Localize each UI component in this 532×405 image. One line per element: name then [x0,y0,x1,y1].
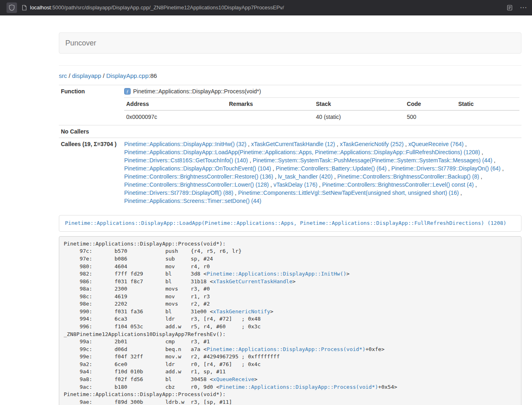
callee-link[interactable]: xTaskGenericNotify (252) [340,141,403,147]
callee-link[interactable]: Pinetime::Drivers::St7789::DisplayOn() (… [391,165,500,172]
disassembly-code: Pinetime::Applications::DisplayApp::Proc… [64,241,397,405]
symbol-table-header: Address Remarks Stack Code Static [124,98,519,111]
no-callers-row: No Callers [59,125,521,138]
function-icon: ƒ [124,88,131,95]
function-label: Function [59,85,122,125]
brand-link[interactable]: Puncover [65,39,96,47]
code-symbol-link[interactable]: Pinetime::Applications::DisplayApp::Proc… [220,384,378,390]
function-row: Function ƒ Pinetime::Applications::Displ… [59,85,521,125]
callees-label: Callees (19, Σ=3704 ) [59,138,122,207]
symbol-row: 0x0000097c 40 (static) 500 [124,110,519,123]
remarks-value [227,110,314,123]
callee-link[interactable]: lv_task_handler (420) [278,173,333,180]
callees-list: Pinetime::Applications::DisplayApp::Init… [122,138,521,207]
shield-glyph [9,4,15,11]
selected-callee-panel: Pinetime::Applications::DisplayApp::Load… [59,215,521,232]
code-symbol-link[interactable]: xTaskGetCurrentTaskHandle [213,278,293,284]
url-bar[interactable]: localhost:5000/path/src/displayapp/Displ… [22,4,500,11]
breadcrumb-item[interactable]: DisplayApp.cpp [106,72,149,79]
col-address: Address [124,98,227,111]
function-info-table: Function ƒ Pinetime::Applications::Displ… [59,85,521,207]
address-value: 0x0000097c [124,110,227,123]
app-navbar: Puncover [59,32,521,54]
breadcrumb-item[interactable]: src [59,72,67,79]
selected-callee-link[interactable]: Pinetime::Applications::DisplayApp::Load… [65,220,506,226]
divider [59,65,521,66]
menu-icon[interactable]: ⋯ [520,4,527,11]
col-static: Static [456,98,519,111]
breadcrumb: src / displayapp / DisplayApp.cpp:86 [59,72,521,79]
callee-link[interactable]: Pinetime::System::SystemTask::PushMessag… [253,157,493,164]
static-value [456,110,519,123]
callee-link[interactable]: Pinetime::Controllers::BrightnessControl… [124,181,269,188]
no-callers-cell [122,125,521,138]
col-code: Code [405,98,457,111]
callee-link[interactable]: Pinetime::Applications::DisplayApp::Load… [124,149,480,155]
code-symbol-link[interactable]: Pinetime::Applications::DisplayApp::Init… [207,271,346,277]
shield-icon[interactable] [6,2,17,13]
page-content: Puncover src / displayapp / DisplayApp.c… [59,32,521,405]
no-callers-label: No Callers [59,125,122,138]
col-remarks: Remarks [227,98,314,111]
code-value: 500 [405,110,457,123]
reader-mode-icon[interactable] [507,5,513,11]
callee-link[interactable]: Pinetime::Drivers::Cst816S::GetTouchInfo… [124,157,248,164]
callee-link[interactable]: Pinetime::Controllers::BrightnessControl… [337,173,479,180]
breadcrumb-separator: / [101,72,106,79]
breadcrumb-item: :86 [149,72,157,79]
url-path: :5000/path/src/displayapp/DisplayApp.cpp… [51,4,284,11]
callee-link[interactable]: Pinetime::Controllers::BrightnessControl… [322,181,474,188]
callee-link[interactable]: Pinetime::Applications::DisplayApp::OnTo… [124,165,271,172]
code-symbol-link[interactable]: xTaskGenericNotify [213,308,270,315]
breadcrumb-item[interactable]: displayapp [72,72,101,79]
callee-link[interactable]: vTaskDelay (176) [274,181,317,188]
function-icon-glyph: ƒ [126,89,129,94]
callee-link[interactable]: Pinetime::Controllers::Battery::Update()… [276,165,387,172]
callee-link[interactable]: Pinetime::Drivers::St7789::DisplayOff() … [124,190,233,196]
page-icon [22,5,27,11]
browser-actions: ⋯ [507,4,527,11]
stack-value: 40 (static) [314,110,405,123]
callee-link[interactable]: xTaskGetCurrentTaskHandle (12) [251,141,335,147]
url-host: localhost [30,4,51,11]
callee-link[interactable]: Pinetime::Controllers::BrightnessControl… [124,173,273,180]
callee-link[interactable]: Pinetime::Components::LittleVgl::SetNewT… [238,190,459,196]
callee-link[interactable]: Pinetime::Applications::Screens::Timer::… [124,198,261,204]
url-text: localhost:5000/path/src/displayapp/Displ… [30,4,284,11]
callee-link[interactable]: Pinetime::Applications::DisplayApp::Init… [124,141,246,147]
symbol-table: Address Remarks Stack Code Static 0x0000… [124,97,519,123]
function-title-line: ƒ Pinetime::Applications::DisplayApp::Pr… [124,87,519,95]
code-symbol-link[interactable]: xQueueReceive [213,376,254,382]
callees-row: Callees (19, Σ=3704 ) Pinetime::Applicat… [59,138,521,207]
breadcrumb-separator: / [67,72,72,79]
callee-link[interactable]: xQueueReceive (764) [408,141,463,147]
browser-chrome: localhost:5000/path/src/displayapp/Displ… [0,0,532,15]
disassembly-block: Pinetime::Applications::DisplayApp::Proc… [59,236,521,405]
code-symbol-link[interactable]: Pinetime::Applications::DisplayApp::Proc… [207,346,365,352]
col-stack: Stack [314,98,405,111]
function-name: Pinetime::Applications::DisplayApp::Proc… [133,87,261,95]
